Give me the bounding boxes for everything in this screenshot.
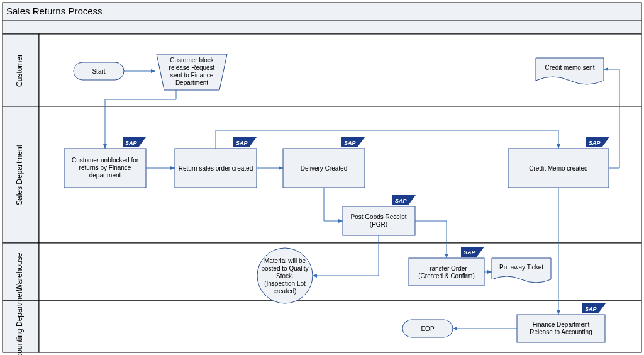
diagram-title: Sales Returns Process [6, 6, 103, 16]
svg-text:Release to Accounting: Release to Accounting [530, 329, 592, 335]
subtitle-bar [3, 20, 641, 34]
node-start: Start [74, 62, 124, 80]
lane-label-sales: Sales Department [15, 144, 24, 205]
node-credit-memo-created: Credit Memo created [508, 149, 609, 188]
svg-text:(Inspection Lot: (Inspection Lot [264, 280, 306, 287]
node-transfer-order: Transfer Order (Created & Confirm) [409, 258, 484, 286]
svg-text:created): created) [274, 288, 297, 295]
svg-text:SAP: SAP [585, 306, 597, 312]
lane-label-warehouse: Warehouse [15, 252, 24, 291]
svg-text:department: department [89, 172, 121, 179]
svg-text:Stock.: Stock. [276, 273, 294, 279]
svg-text:SAP: SAP [344, 140, 357, 146]
lane-label-accounting: Accounting Department [15, 287, 24, 355]
node-return-sales-order: Return sales order created [175, 149, 257, 188]
svg-text:SAP: SAP [464, 249, 476, 256]
node-quality-stock: Material will be posted to Quality Stock… [257, 248, 313, 303]
svg-text:SAP: SAP [236, 140, 248, 146]
svg-text:Return sales order created: Return sales order created [179, 165, 253, 172]
svg-text:returns by   Finance: returns by Finance [79, 164, 131, 171]
svg-text:release  Request: release Request [169, 64, 215, 71]
svg-text:Credit memo sent: Credit memo sent [545, 64, 595, 71]
svg-text:EOP: EOP [421, 325, 434, 332]
node-delivery-created: Delivery Created [283, 149, 365, 188]
svg-text:sent to   Finance: sent to Finance [170, 72, 214, 79]
svg-rect-35 [409, 258, 484, 286]
swimlane-diagram: Sales Returns Process Customer Sales Dep… [0, 0, 644, 355]
svg-text:SAP: SAP [395, 198, 408, 204]
lane-label-customer: Customer [15, 54, 24, 87]
svg-text:SAP: SAP [125, 140, 138, 146]
node-customer-unblocked: Customer unblocked for returns by Financ… [64, 149, 146, 188]
svg-text:Start: Start [92, 68, 105, 75]
node-block-release-request: Customer block release Request sent to F… [157, 54, 227, 90]
svg-text:Material will be: Material will be [264, 257, 306, 264]
svg-text:Put away Ticket: Put away Ticket [499, 264, 543, 271]
svg-text:Customer   unblocked for: Customer unblocked for [72, 157, 139, 164]
svg-text:SAP: SAP [589, 140, 601, 146]
svg-text:Department: Department [175, 79, 208, 86]
node-finance-release: Finance Department Release to Accounting [517, 315, 605, 342]
node-eop: EOP [402, 320, 453, 337]
node-pgr: Post Goods Receipt (PGR) [343, 206, 415, 235]
svg-text:Transfer Order: Transfer Order [426, 265, 467, 272]
svg-text:Delivery Created: Delivery Created [301, 165, 347, 172]
svg-text:Credit Memo created: Credit Memo created [529, 165, 587, 172]
svg-text:(Created & Confirm): (Created & Confirm) [418, 273, 474, 279]
svg-text:Finance Department: Finance Department [533, 321, 590, 328]
svg-text:posted to Quality: posted to Quality [261, 265, 308, 272]
svg-text:(PGR): (PGR) [370, 221, 387, 228]
svg-text:Post Goods Receipt: Post Goods Receipt [351, 213, 407, 220]
svg-text:Customer block: Customer block [170, 57, 214, 64]
